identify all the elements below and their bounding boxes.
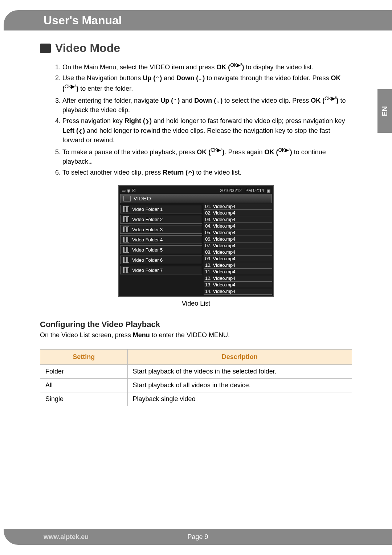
file-row: 12. Video.mp4 xyxy=(204,275,272,282)
header-bar: User's Manual xyxy=(4,10,392,30)
film-strip-icon xyxy=(123,237,129,242)
film-strip-icon xyxy=(123,247,129,253)
file-row: 14. Video.mp4 xyxy=(204,288,272,295)
instruction-5: To make a pause of the video playback, p… xyxy=(62,146,352,166)
ok-play-icon: OK▶ᴵᴵ xyxy=(230,62,242,68)
left-icon: ❮ xyxy=(78,128,83,134)
instruction-2: Use the Navigation buttons Up (⌃) and Do… xyxy=(62,73,352,93)
status-date: 2010/06/12 xyxy=(220,188,242,193)
ok-play-icon: OK▶ᴵᴵ xyxy=(324,95,336,101)
file-row: 01. Video.mp4 xyxy=(204,203,272,210)
down-icon: ⌄ xyxy=(198,76,203,81)
file-row: 13. Video.mp4 xyxy=(204,282,272,288)
status-bar: ▭ ◉ ☒ 2010/06/12 PM 02:14 ▣ xyxy=(120,187,272,194)
footer-url: www.aiptek.eu xyxy=(44,533,89,541)
instruction-3: After entering the folder, navigate Up (… xyxy=(62,95,352,115)
instructions-list: On the Main Menu, select the VIDEO item … xyxy=(62,61,352,177)
cell-description: Playback single video xyxy=(127,392,352,406)
folder-label: Video Folder 2 xyxy=(132,217,163,222)
folder-label: Video Folder 3 xyxy=(132,227,163,232)
sub-text: On the Video List screen, press Menu to … xyxy=(40,331,352,339)
folder-label: Video Folder 7 xyxy=(132,268,163,273)
folder-label: Video Folder 4 xyxy=(132,237,163,242)
cell-setting: Folder xyxy=(40,365,128,379)
table-row: FolderStart playback of the videos in th… xyxy=(40,365,352,379)
folders-column: Video Folder 1Video Folder 2Video Folder… xyxy=(120,203,204,295)
instruction-1: On the Main Menu, select the VIDEO item … xyxy=(62,61,352,72)
file-row: 05. Video.mp4 xyxy=(204,229,272,236)
file-row: 06. Video.mp4 xyxy=(204,236,272,242)
header-title: User's Manual xyxy=(44,14,122,27)
status-time: PM 02:14 xyxy=(245,188,264,193)
th-setting: Setting xyxy=(40,350,128,365)
film-strip-icon xyxy=(123,257,129,263)
folder-item: Video Folder 1 xyxy=(120,205,202,213)
return-icon: ↶ xyxy=(188,170,192,176)
file-row: 04. Video.mp4 xyxy=(204,223,272,229)
file-row: 08. Video.mp4 xyxy=(204,249,272,256)
device-figure: ▭ ◉ ☒ 2010/06/12 PM 02:14 ▣ VIDEO Video … xyxy=(118,185,274,307)
folder-item: Video Folder 3 xyxy=(120,225,202,234)
folder-label: Video Folder 1 xyxy=(132,207,163,212)
file-row: 09. Video.mp4 xyxy=(204,256,272,262)
up-icon: ⌃ xyxy=(173,98,177,104)
folder-item: Video Folder 7 xyxy=(120,266,202,274)
up-icon: ⌃ xyxy=(155,76,160,81)
film-icon xyxy=(123,196,131,201)
file-row: 02. Video.mp4 xyxy=(204,210,272,216)
film-strip-icon xyxy=(123,227,129,232)
ok-play-icon: OK▶ᴵᴵ xyxy=(65,83,76,89)
status-icons: ▭ ◉ ☒ xyxy=(122,188,136,193)
footer-bar: www.aiptek.eu Page 9 xyxy=(4,529,392,545)
folder-item: Video Folder 6 xyxy=(120,256,202,264)
right-icon: ❯ xyxy=(145,119,150,125)
footer-page: Page 9 xyxy=(187,533,208,541)
device-screen: ▭ ◉ ☒ 2010/06/12 PM 02:14 ▣ VIDEO Video … xyxy=(118,185,274,297)
file-row: 11. Video.mp4 xyxy=(204,269,272,275)
film-strip-icon xyxy=(123,216,129,222)
file-row: 10. Video.mp4 xyxy=(204,262,272,269)
folder-item: Video Folder 4 xyxy=(120,235,202,244)
page-content: Video Mode On the Main Menu, select the … xyxy=(0,30,392,406)
folder-item: Video Folder 5 xyxy=(120,245,202,254)
battery-icon: ▣ xyxy=(266,188,270,193)
folder-label: Video Folder 6 xyxy=(132,257,163,263)
table-row: SinglePlayback single video xyxy=(40,392,352,406)
file-row: 07. Video.mp4 xyxy=(204,242,272,249)
language-tab: EN xyxy=(377,89,392,133)
cell-setting: Single xyxy=(40,392,128,406)
sub-heading: Configuring the Video Playback xyxy=(40,320,352,329)
video-mode-icon xyxy=(40,44,51,53)
table-row: AllStart playback of all videos in the d… xyxy=(40,379,352,392)
cell-description: Start playback of all videos in the devi… xyxy=(127,379,352,392)
cell-description: Start playback of the videos in the sele… xyxy=(127,365,352,379)
file-row: 03. Video.mp4 xyxy=(204,216,272,223)
instruction-4: Press navigation key Right (❯) and hold … xyxy=(62,116,352,144)
ok-play-icon: OK▶ᴵᴵ xyxy=(278,147,290,153)
video-header-label: VIDEO xyxy=(134,196,151,201)
ok-play-icon: OK▶ᴵᴵ xyxy=(211,147,222,153)
film-strip-icon xyxy=(123,206,129,212)
folder-label: Video Folder 5 xyxy=(132,247,163,253)
cell-setting: All xyxy=(40,379,128,392)
down-icon: ⌄ xyxy=(216,98,220,104)
section-title: Video Mode xyxy=(55,41,120,55)
settings-table: Setting Description FolderStart playback… xyxy=(40,349,352,406)
instruction-6: To select another video clip, press Retu… xyxy=(62,168,352,177)
files-column: 01. Video.mp402. Video.mp403. Video.mp40… xyxy=(204,203,272,295)
section-title-row: Video Mode xyxy=(40,41,352,55)
folder-item: Video Folder 2 xyxy=(120,215,202,224)
th-description: Description xyxy=(127,350,352,365)
film-strip-icon xyxy=(123,267,129,273)
figure-caption: Video List xyxy=(118,300,274,307)
video-header: VIDEO xyxy=(120,194,272,203)
